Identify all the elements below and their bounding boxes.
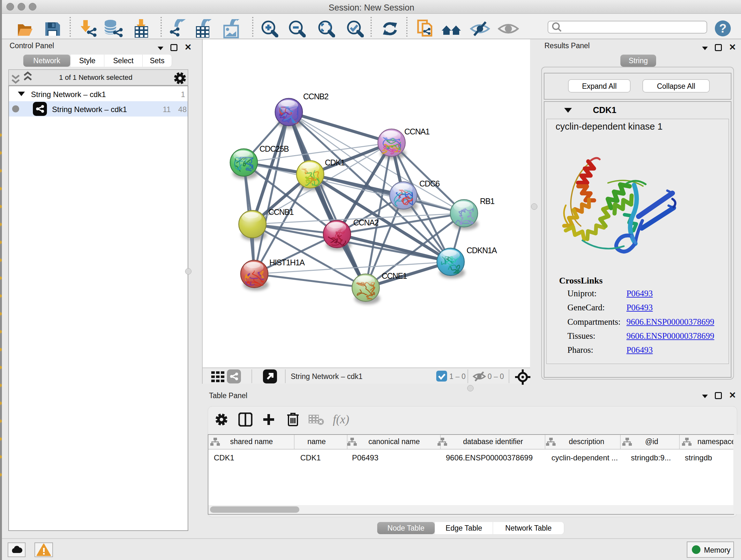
svg-text:CCNE1: CCNE1 — [382, 271, 407, 280]
svg-text:CDK1: CDK1 — [325, 158, 345, 167]
svg-text:CCNA1: CCNA1 — [404, 127, 429, 136]
svg-text:CDC25B: CDC25B — [259, 144, 289, 153]
svg-text:CCNB1: CCNB1 — [268, 207, 293, 216]
svg-text:CCNB2: CCNB2 — [303, 92, 328, 101]
svg-text:CCNA2: CCNA2 — [353, 218, 379, 227]
svg-text:HIST1H1A: HIST1H1A — [269, 258, 305, 267]
svg-text:CDC6: CDC6 — [419, 179, 440, 188]
svg-text:CDKN1A: CDKN1A — [467, 246, 497, 255]
svg-text:RB1: RB1 — [480, 197, 494, 206]
